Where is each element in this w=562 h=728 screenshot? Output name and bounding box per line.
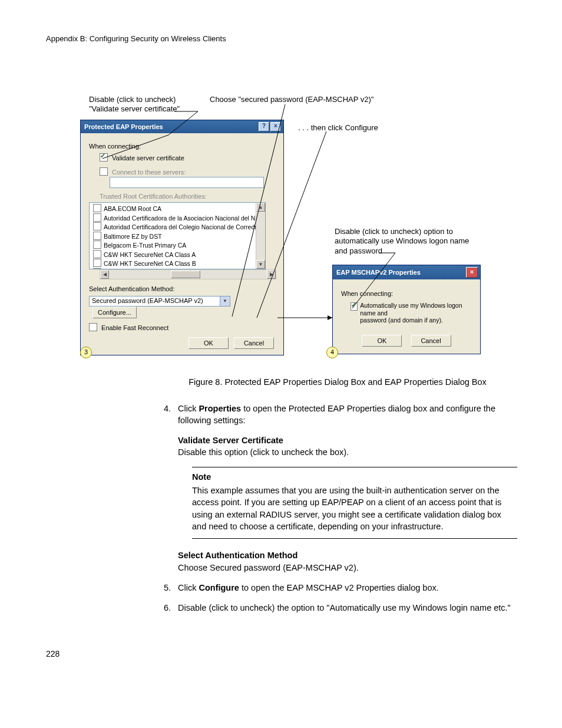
svg-line-1 — [168, 111, 198, 135]
note-text: This example assumes that you are using … — [192, 485, 517, 532]
svg-marker-6 — [328, 315, 332, 320]
validate-text: Disable this option (click to uncheck th… — [178, 446, 517, 458]
note-label: Note — [192, 471, 517, 483]
svg-line-3 — [232, 104, 285, 317]
step-number: 5. — [164, 582, 178, 594]
step-number: 6. — [164, 602, 178, 614]
running-header: Appendix B: Configuring Security on Wire… — [46, 34, 521, 43]
step-number: 4. — [164, 403, 178, 427]
selauth-text: Choose Secured password (EAP-MSCHAP v2). — [178, 562, 517, 574]
validate-heading: Validate Server Certificate — [178, 434, 517, 446]
selauth-heading: Select Authentication Method — [178, 549, 517, 561]
svg-line-8 — [352, 253, 395, 308]
pointer-lines — [80, 95, 534, 360]
svg-line-2 — [103, 135, 168, 159]
figure-caption: Figure 8. Protected EAP Properties Dialo… — [164, 377, 511, 388]
step-text: Disable (click to uncheck) the option to… — [178, 602, 511, 614]
page-number: 228 — [46, 649, 521, 658]
step-text: Click Properties to open the Protected E… — [178, 403, 517, 427]
figure-8: Disable (click to uncheck)"Validate serv… — [80, 95, 534, 360]
svg-line-4 — [257, 131, 326, 318]
note-box: Note This example assumes that you are u… — [192, 467, 517, 539]
step-text: Click Configure to open the EAP MSCHAP v… — [178, 582, 439, 594]
body-text: 4. Click Properties to open the Protecte… — [164, 403, 517, 614]
